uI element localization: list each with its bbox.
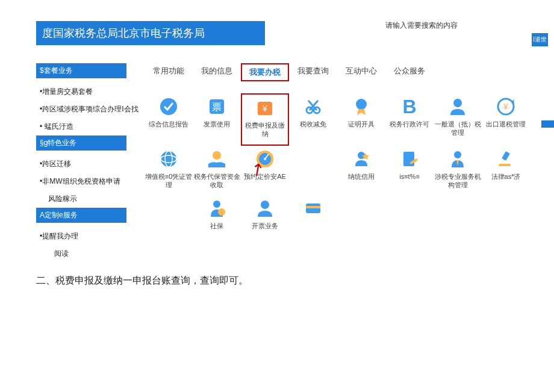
document-pen-icon [399,148,420,170]
svg-point-0 [160,98,177,115]
sidebar-item[interactable]: •增量房交易套餐 [36,83,145,101]
sidebar-item[interactable]: •跨区域涉税事项综合办理I会找 [36,101,145,118]
svg-point-20 [454,151,461,158]
card-icon [302,198,324,219]
svc-social[interactable]: 社保 [193,195,241,236]
tab-common[interactable]: 常用功能 [145,63,193,81]
svg-rect-21 [502,151,510,161]
star-person-icon [350,148,372,170]
sidebar-item[interactable]: •跨区迁移 [36,155,145,173]
svg-point-10 [161,151,176,167]
sidebar: $套餐业务 •增量房交易套餐 •跨区域涉税事项综合办理I会找 • 蜢氏汙造 §g… [0,63,145,263]
svc-invoice[interactable]: 票 发票使用 [193,93,241,146]
letter-b-icon: B [399,96,420,117]
svg-rect-18 [403,152,414,166]
tab-myinfo[interactable]: 我的信息 [193,63,241,81]
svc-other[interactable]: is≡t%≡ [385,146,434,196]
svg-point-23 [213,201,220,208]
sidebar-item[interactable]: •非MW组织免税资格申请 [36,173,145,190]
sidebar-header-package: $套餐业务 [36,63,126,78]
svg-point-24 [218,208,225,216]
sidebar-header-special: §g特色业务 [36,135,126,151]
invoice-icon: 票 [206,96,228,117]
main-content: 常用功能 我的信息 我要办税 我要查询 互动中心 公众服务 综合信息报告 票 发… [145,63,554,263]
person-icon [447,96,468,117]
search-input[interactable]: 请输入需要搜索的内容 [385,20,458,31]
instruction-text: 二、税费申报及缴纳一申报台账查询，查询即可。 [36,275,554,287]
svc-export-refund[interactable]: ¥ 出口退税管理 [482,93,530,146]
svg-rect-22 [499,164,511,166]
svc-invoice-biz[interactable]: 开票业务 [241,195,289,236]
exit-button[interactable]: I退世 [531,33,548,46]
tab-public[interactable]: 公众服务 [385,63,434,81]
sidebar-header-custom: A定制e服务 [36,208,126,223]
service-grid: 综合信息报告 票 发票使用 ¥ 税费申报及缴纳 税收减免 证明开具 B 税务行政… [145,93,554,236]
svg-text:¥: ¥ [503,102,508,111]
svg-point-13 [213,151,221,160]
tab-interact[interactable]: 互动中心 [337,63,385,81]
svc-blank[interactable] [289,195,337,236]
svc-info-report[interactable]: 综合信息报告 [145,93,193,146]
page-title: 度国家税务总局北京市电子税务局 [36,21,265,45]
sidebar-item[interactable]: 风险稼示 [36,190,145,208]
svc-pricing[interactable]: 预约定价安AE [241,146,289,196]
svc-admin-permit[interactable]: B 税务行政许可 [385,93,434,146]
gauge-icon [254,148,276,170]
refresh-yen-icon: ¥ [495,96,517,117]
tab-bar: 常用功能 我的信息 我要办税 我要查询 互动中心 公众服务 [145,63,554,81]
wallet-yen-icon: ¥ [254,97,276,119]
svc-tax-declare[interactable]: ¥ 税费申报及缴纳 [241,93,289,146]
svc-pro-service[interactable]: 涉税专业服务机构管理 [434,146,482,196]
person-tie-icon [447,148,468,170]
svg-point-16 [264,158,266,160]
sidebar-item[interactable]: •提醒我办理 [36,228,145,245]
svc-refund[interactable]: 一般退（抵）税管理 [434,93,482,146]
tab-dotax[interactable]: 我要办税 [241,63,289,81]
tab-query[interactable]: 我要查询 [289,63,337,81]
svc-legal[interactable]: 法律as*济 [482,146,530,196]
globe-icon [158,148,179,170]
svc-cert[interactable]: 证明开具 [337,93,385,146]
svg-point-25 [261,201,269,209]
gavel-icon [495,148,517,170]
svc-credit[interactable]: 纳统信用 [337,146,385,196]
svg-text:¥: ¥ [262,104,267,113]
medal-icon [350,96,372,117]
check-circle-icon [158,96,179,117]
sidebar-item[interactable]: • 蜢氏汙造 [36,118,145,135]
svc-vat-cert[interactable]: 增值税≡0凭证管理 [145,146,193,196]
svg-point-6 [356,99,367,110]
scissors-icon [302,96,324,117]
person-icon [254,198,276,219]
svg-point-7 [453,99,462,107]
svg-rect-27 [306,206,320,208]
svc-custody[interactable]: 税务代保管资金收取 [193,146,241,196]
svc-tax-reduce[interactable]: 税收减免 [289,93,337,146]
person-shield-icon [206,198,228,219]
sidebar-item[interactable]: 阅读 [36,245,145,263]
svg-text:票: 票 [212,102,222,112]
hands-money-icon [206,148,228,170]
